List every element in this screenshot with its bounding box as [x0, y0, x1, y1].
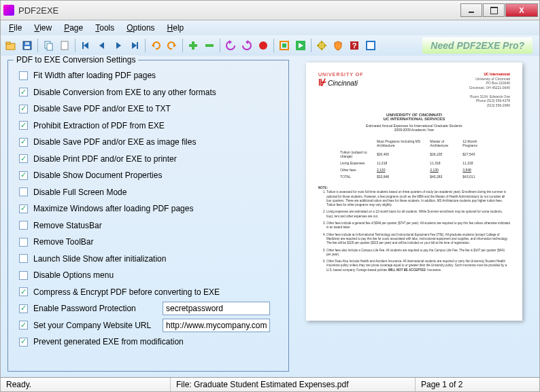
menu-view[interactable]: View — [29, 22, 57, 34]
option-label: Prevent generated EXE from modification — [33, 337, 282, 346]
menu-page[interactable]: Page — [58, 22, 88, 34]
next-icon[interactable] — [111, 38, 126, 53]
checkbox[interactable] — [19, 254, 28, 263]
svg-rect-9 — [137, 42, 138, 49]
rotate-right-icon[interactable] — [239, 38, 254, 53]
svg-rect-15 — [282, 43, 286, 48]
menubar: File View Page Tools Options Help — [0, 20, 540, 35]
option-label: Enable Password Protection — [33, 304, 163, 313]
menu-help[interactable]: Help — [162, 22, 190, 34]
svg-rect-21 — [324, 45, 326, 46]
checkbox[interactable] — [19, 88, 28, 96]
svg-rect-1 — [6, 42, 10, 44]
option-row: Disable Save PDF and/or EXE to TXT — [15, 101, 282, 118]
doc-table: Most Programs Including MS ArchitectureM… — [337, 137, 491, 181]
minimize-button[interactable] — [460, 3, 482, 17]
last-icon[interactable] — [127, 38, 142, 53]
stop-icon[interactable] — [256, 38, 271, 53]
option-row: Remove StatusBar — [15, 217, 282, 234]
option-label: Fit Width after loading PDF pages — [33, 71, 282, 80]
option-row: Compress & Encrypt PDF before converting… — [15, 284, 282, 301]
doc-address: UC International University of Cincinnat… — [469, 72, 510, 107]
undo-icon[interactable] — [148, 38, 163, 53]
window-controls: X — [460, 3, 538, 17]
svg-rect-18 — [321, 41, 322, 43]
option-label: Disable Show Document Properties — [33, 171, 282, 180]
option-label: Launch Slide Show after initialization — [33, 254, 282, 264]
promo-link[interactable]: Need PDF2EXE Pro? — [422, 37, 533, 54]
option-row: Remove ToolBar — [15, 234, 282, 251]
company-url-input[interactable] — [163, 319, 270, 332]
rotate-left-icon[interactable] — [223, 38, 238, 53]
option-row: Disable Conversion from EXE to any other… — [15, 84, 282, 101]
zoom-in-icon[interactable] — [186, 38, 201, 53]
option-label: Maximize Windows after loading PDF pages — [33, 204, 282, 213]
svg-rect-6 — [47, 43, 52, 50]
menu-options[interactable]: Options — [121, 22, 160, 34]
svg-rect-20 — [317, 45, 319, 46]
option-label: Remove ToolBar — [33, 237, 282, 247]
doc-subtitle: Estimated Annual Expenses for Internatio… — [318, 124, 510, 132]
status-file: File: Graduate Student Estimated Expense… — [171, 378, 416, 391]
svg-rect-11 — [189, 44, 197, 47]
option-row: Disable Save PDF and/or EXE as image fil… — [15, 134, 282, 151]
svg-rect-8 — [82, 42, 84, 49]
maximize-button[interactable] — [483, 3, 505, 17]
prev-icon[interactable] — [95, 38, 109, 53]
checkbox[interactable] — [19, 121, 28, 130]
go-icon[interactable] — [293, 38, 308, 53]
option-label: Set your Company Website URL — [33, 321, 163, 330]
copy-icon[interactable] — [41, 38, 56, 53]
close-button[interactable]: X — [505, 3, 538, 17]
doc-notes: NOTE: Tuition is assessed for most full-… — [318, 186, 510, 272]
option-row: Disable Show Document Properties — [15, 167, 282, 184]
fullscreen-icon[interactable] — [277, 38, 292, 53]
about-icon[interactable] — [363, 38, 378, 53]
checkbox[interactable] — [19, 238, 28, 247]
checkbox[interactable] — [19, 287, 28, 296]
option-label: Disable Conversion from EXE to any other… — [33, 88, 282, 97]
status-page: Page 1 of 2 — [416, 378, 539, 391]
app-icon — [3, 5, 14, 16]
password-input[interactable] — [163, 302, 270, 315]
checkbox[interactable] — [19, 154, 28, 163]
checkbox[interactable] — [19, 338, 28, 346]
menu-tools[interactable]: Tools — [90, 22, 120, 34]
help-icon[interactable]: ? — [347, 38, 362, 53]
option-label: Disable Save PDF and/or EXE as image fil… — [33, 137, 282, 147]
checkbox[interactable] — [19, 321, 28, 329]
zoom-out-icon[interactable] — [202, 38, 217, 53]
svg-rect-4 — [25, 42, 29, 45]
open-icon[interactable] — [3, 38, 18, 53]
doc-title: UNIVERSITY OF CINCINNATIUC INTERNATIONAL… — [318, 113, 510, 121]
document-preview[interactable]: UNIVERSITY OF ⊮Cincinnati UC Internation… — [306, 63, 522, 321]
tools-icon[interactable] — [314, 38, 329, 53]
option-label: Remove StatusBar — [33, 221, 282, 230]
option-row: Disable Print PDF and/or EXE to printer — [15, 151, 282, 168]
doc-logo: UNIVERSITY OF ⊮Cincinnati — [318, 72, 364, 107]
checkbox[interactable] — [19, 138, 28, 147]
settings-panel: PDF to EXE Conversion Settings Fit Width… — [7, 60, 289, 372]
checkbox[interactable] — [19, 304, 28, 313]
redo-icon[interactable] — [165, 38, 180, 53]
option-row: Disable Options menu — [15, 267, 282, 284]
menu-file[interactable]: File — [3, 22, 27, 34]
svg-rect-19 — [321, 48, 322, 50]
save-icon[interactable] — [20, 38, 35, 53]
status-ready: Ready. — [1, 378, 171, 391]
checkbox[interactable] — [19, 105, 28, 113]
svg-point-13 — [259, 41, 267, 50]
option-row: Prevent generated EXE from modification — [15, 334, 282, 351]
checkbox[interactable] — [19, 204, 28, 213]
checkbox[interactable] — [19, 271, 28, 280]
checkbox[interactable] — [19, 221, 28, 230]
option-row: Maximize Windows after loading PDF pages — [15, 200, 282, 217]
option-label: Disable Print PDF and/or EXE to printer — [33, 154, 282, 164]
first-icon[interactable] — [78, 38, 93, 53]
checkbox[interactable] — [19, 71, 28, 80]
option-row: Launch Slide Show after initialization — [15, 251, 282, 268]
security-icon[interactable] — [331, 38, 345, 53]
checkbox[interactable] — [19, 188, 28, 196]
page-icon[interactable] — [57, 38, 72, 53]
checkbox[interactable] — [19, 171, 28, 180]
